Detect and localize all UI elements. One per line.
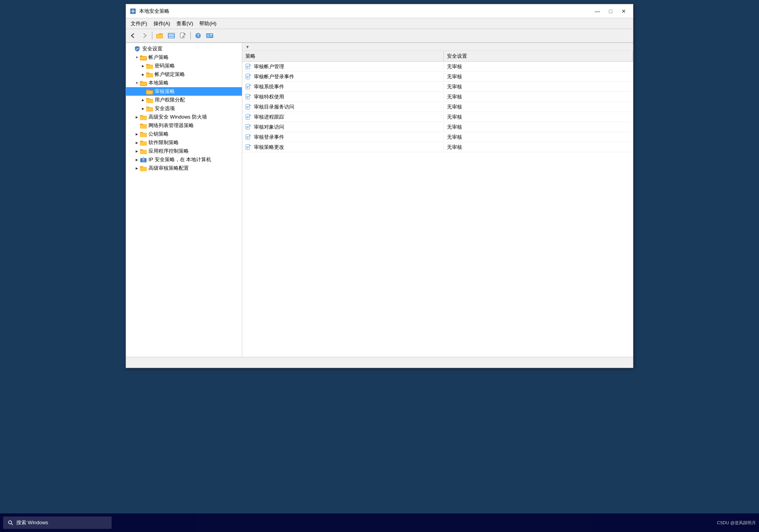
tree-item-user-rights[interactable]: ▶ 用户权限分配 [126, 96, 242, 104]
toolbar-btn-help[interactable]: ? [193, 31, 204, 41]
maximize-button[interactable]: □ [604, 6, 617, 17]
policy-cell: 审核进程跟踪 [242, 113, 444, 121]
folder-icon-public-key [140, 131, 147, 137]
tree-item-security-options[interactable]: ▶ 安全选项 [126, 104, 242, 113]
menu-file[interactable]: 文件(F) [128, 19, 150, 28]
expand-icon-advanced-audit[interactable]: ▶ [134, 165, 140, 171]
toolbar-btn-properties[interactable] [204, 31, 215, 41]
tree-label-security-options: 安全选项 [155, 105, 175, 112]
expand-icon-security-options[interactable]: ▶ [140, 105, 146, 112]
table-row[interactable]: 审核目录服务访问 无审核 [242, 102, 633, 112]
taskbar: 搜索 Windows CSDU @逆风踩明月 [0, 513, 759, 532]
table-row[interactable]: 审核进程跟踪 无审核 [242, 112, 633, 122]
svg-rect-4 [169, 34, 174, 34]
expand-icon-root[interactable] [128, 46, 134, 52]
taskbar-search[interactable]: 搜索 Windows [3, 517, 112, 529]
policy-icon [245, 74, 252, 80]
tree-label-password: 密码策略 [155, 62, 175, 69]
svg-rect-28 [247, 88, 248, 88]
svg-rect-25 [246, 84, 250, 89]
tree-label-account-policy: 帐户策略 [148, 54, 169, 61]
tree-label-network-list: 网络列表管理器策略 [148, 122, 194, 129]
table-row[interactable]: 审核帐户登录事件 无审核 [242, 72, 633, 82]
svg-rect-35 [247, 107, 249, 107]
expand-icon-software[interactable]: ▶ [134, 139, 140, 146]
folder-icon-firewall [140, 114, 147, 120]
tree-item-lockout-policy[interactable]: ▶ 帐户锁定策略 [126, 70, 242, 79]
menu-action[interactable]: 操作(A) [150, 19, 173, 28]
column-headers: 策略 安全设置 [242, 51, 633, 62]
policy-cell: 审核特权使用 [242, 93, 444, 101]
tree-label-local-policy: 本地策略 [148, 79, 169, 86]
expand-icon-public-key[interactable]: ▶ [134, 131, 140, 137]
window-icon [129, 7, 137, 15]
policy-cell: 审核帐户登录事件 [242, 72, 444, 81]
toolbar-btn-folder[interactable] [154, 31, 165, 41]
minimize-button[interactable]: — [591, 6, 604, 17]
svg-rect-12 [210, 34, 212, 35]
sort-indicator-bar: ▼ [242, 43, 633, 51]
search-icon [8, 520, 13, 525]
svg-rect-24 [247, 77, 248, 78]
col-header-policy[interactable]: 策略 [242, 51, 444, 61]
policy-icon [245, 134, 252, 140]
folder-icon-software [140, 139, 147, 146]
svg-rect-32 [247, 98, 248, 98]
expand-icon-applocker[interactable]: ▶ [134, 148, 140, 154]
table-row[interactable]: 审核特权使用 无审核 [242, 92, 633, 102]
expand-icon-password[interactable]: ▶ [140, 63, 146, 69]
svg-rect-16 [142, 161, 145, 162]
policy-cell: 审核登录事件 [242, 133, 444, 141]
toolbar-btn-list[interactable] [166, 31, 177, 41]
expand-icon-firewall[interactable]: ▶ [134, 114, 140, 120]
svg-rect-36 [247, 108, 248, 108]
table-row[interactable]: 审核系统事件 无审核 [242, 82, 633, 92]
svg-rect-22 [247, 76, 249, 76]
svg-line-54 [11, 523, 13, 525]
setting-cell: 无审核 [444, 143, 633, 152]
tree-item-advanced-audit[interactable]: ▶ 高级审核策略配置 [126, 164, 242, 172]
table-row[interactable]: 审核帐户管理 无审核 [242, 62, 633, 72]
setting-cell: 无审核 [444, 103, 633, 111]
forward-button[interactable] [139, 31, 150, 41]
folder-icon-applocker [140, 148, 147, 154]
main-window: 本地安全策略 — □ ✕ 文件(F) 操作(A) 查看(V) 帮助(H) [126, 4, 633, 368]
sort-arrow-down: ▼ [245, 45, 250, 49]
policy-icon [245, 94, 252, 100]
menu-view[interactable]: 查看(V) [173, 19, 196, 28]
policy-cell: 审核对象访问 [242, 123, 444, 131]
tree-item-account-policy[interactable]: ▼ 帐户策略 [126, 53, 242, 62]
policy-cell: 审核系统事件 [242, 83, 444, 91]
svg-rect-33 [246, 104, 250, 109]
expand-icon-lockout[interactable]: ▶ [140, 71, 146, 77]
expand-icon-account[interactable]: ▼ [134, 54, 140, 60]
back-button[interactable] [128, 31, 138, 41]
toolbar-btn-export[interactable] [178, 31, 188, 41]
expand-icon-ip[interactable]: ▶ [134, 157, 140, 163]
tree-item-firewall[interactable]: ▶ 高级安全 Windows 防火墙 [126, 113, 242, 121]
expand-icon-audit[interactable] [140, 88, 146, 95]
svg-rect-27 [247, 87, 249, 87]
svg-rect-45 [246, 134, 250, 139]
menu-help[interactable]: 帮助(H) [196, 19, 219, 28]
tree-item-software-restrict[interactable]: ▶ 软件限制策略 [126, 138, 242, 147]
tree-item-applocker[interactable]: ▶ 应用程序控制策略 [126, 147, 242, 155]
svg-rect-13 [210, 36, 212, 36]
tree-item-public-key[interactable]: ▶ 公钥策略 [126, 130, 242, 138]
table-row[interactable]: 审核对象访问 无审核 [242, 122, 633, 132]
tree-item-network-list[interactable]: 网络列表管理器策略 [126, 121, 242, 130]
col-header-setting[interactable]: 安全设置 [444, 51, 633, 61]
policy-cell: 审核帐户管理 [242, 62, 444, 71]
close-button[interactable]: ✕ [618, 6, 630, 17]
tree-label-ip: IP 安全策略，在 本地计算机 [148, 156, 211, 163]
folder-icon-network [140, 122, 147, 129]
table-row[interactable]: 审核登录事件 无审核 [242, 132, 633, 142]
tree-item-audit-policy[interactable]: 审核策略 [126, 87, 242, 96]
expand-icon-local[interactable]: ▼ [134, 80, 140, 86]
tree-item-local-policy[interactable]: ▼ 本地策略 [126, 79, 242, 87]
tree-item-ip-security[interactable]: ▶ IP 安全策略，在 本地计算机 [126, 155, 242, 164]
table-row[interactable]: 审核策略更改 无审核 [242, 142, 633, 152]
tree-item-password-policy[interactable]: ▶ 密码策略 [126, 62, 242, 70]
tree-item-root[interactable]: 安全设置 [126, 45, 242, 53]
expand-icon-user-rights[interactable]: ▶ [140, 97, 146, 103]
